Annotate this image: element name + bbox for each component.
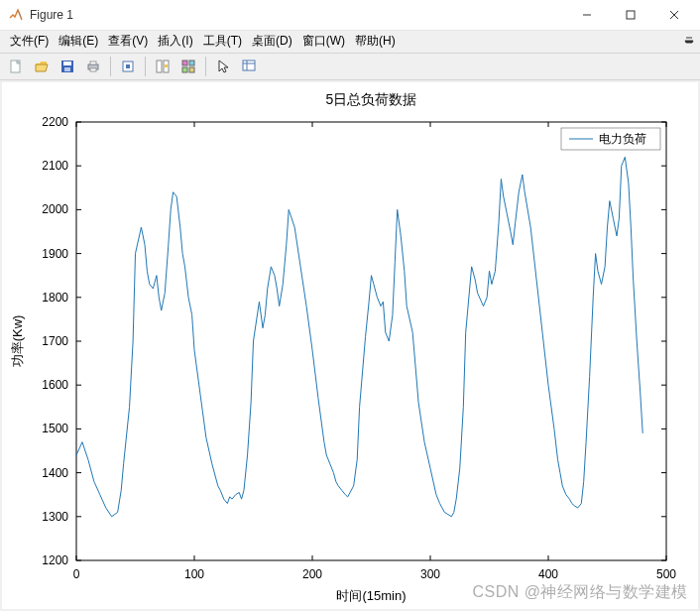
y-tick-label: 1700	[42, 334, 68, 348]
menubar-dropdown-icon[interactable]	[684, 35, 694, 45]
svg-rect-18	[182, 67, 187, 72]
window-title: Figure 1	[30, 8, 73, 22]
save-button[interactable]	[56, 55, 79, 78]
svg-rect-9	[90, 61, 96, 64]
menubar: 文件(F) 编辑(E) 查看(V) 插入(I) 工具(T) 桌面(D) 窗口(W…	[0, 31, 700, 53]
svg-rect-7	[64, 67, 70, 71]
new-figure-button[interactable]	[4, 55, 28, 78]
chart-title: 5日总负荷数据	[326, 91, 417, 107]
titlebar: Figure 1	[0, 0, 700, 31]
svg-rect-13	[157, 61, 162, 72]
svg-rect-16	[182, 61, 187, 65]
menu-insert[interactable]: 插入(I)	[154, 32, 196, 51]
svg-rect-15	[165, 64, 168, 67]
menu-view[interactable]: 查看(V)	[104, 32, 152, 51]
figure-area: 5日总负荷数据120013001400150016001700180019002…	[2, 82, 698, 609]
figure-window: Figure 1 文件(F) 编辑(E) 查看(V) 插入(I) 工具(T) 桌…	[0, 0, 700, 611]
svg-rect-10	[90, 68, 96, 71]
open-button[interactable]	[30, 55, 54, 78]
minimize-button[interactable]	[565, 0, 609, 30]
menu-file[interactable]: 文件(F)	[6, 32, 53, 51]
toolbar	[0, 53, 700, 80]
y-tick-label: 1800	[42, 291, 68, 305]
print-button[interactable]	[81, 55, 105, 78]
x-tick-label: 400	[538, 567, 558, 581]
menu-help[interactable]: 帮助(H)	[351, 32, 400, 51]
y-tick-label: 1200	[42, 553, 68, 567]
x-axis-label: 时间(15min)	[336, 588, 406, 603]
tile-button[interactable]	[176, 55, 200, 78]
y-tick-label: 2200	[42, 115, 68, 129]
chart-canvas: 5日总负荷数据120013001400150016001700180019002…	[2, 82, 696, 609]
y-tick-label: 2100	[42, 159, 68, 173]
maximize-button[interactable]	[609, 0, 652, 30]
svg-rect-1	[627, 11, 635, 19]
x-tick-label: 300	[420, 567, 440, 581]
y-tick-label: 1600	[42, 378, 68, 392]
x-tick-label: 500	[656, 567, 676, 581]
y-tick-label: 2000	[42, 202, 68, 216]
menu-window[interactable]: 窗口(W)	[298, 32, 349, 51]
svg-rect-12	[126, 64, 130, 68]
matlab-logo-icon	[8, 7, 24, 23]
axes-box	[76, 122, 666, 560]
toolbar-sep	[205, 57, 206, 76]
y-axis-label: 功率(Kw)	[10, 315, 25, 368]
copy-figure-button[interactable]	[116, 55, 140, 78]
menu-edit[interactable]: 编辑(E)	[55, 32, 102, 51]
x-tick-label: 100	[184, 567, 204, 581]
pointer-button[interactable]	[211, 55, 235, 78]
menu-tools[interactable]: 工具(T)	[199, 32, 246, 51]
y-tick-label: 1300	[42, 510, 68, 524]
x-tick-label: 200	[302, 567, 322, 581]
menu-desktop[interactable]: 桌面(D)	[248, 32, 296, 51]
svg-rect-19	[189, 67, 194, 72]
data-cursor-button[interactable]	[237, 55, 261, 78]
y-tick-label: 1900	[42, 247, 68, 261]
link-axes-button[interactable]	[151, 55, 175, 78]
legend-label: 电力负荷	[599, 132, 646, 146]
svg-rect-6	[63, 61, 71, 65]
y-tick-label: 1500	[42, 422, 68, 435]
close-button[interactable]	[652, 0, 696, 30]
x-tick-label: 0	[73, 567, 80, 581]
toolbar-sep	[145, 57, 146, 76]
svg-rect-17	[189, 61, 194, 65]
svg-rect-20	[243, 61, 255, 70]
y-tick-label: 1400	[42, 466, 68, 480]
toolbar-sep	[110, 57, 111, 76]
